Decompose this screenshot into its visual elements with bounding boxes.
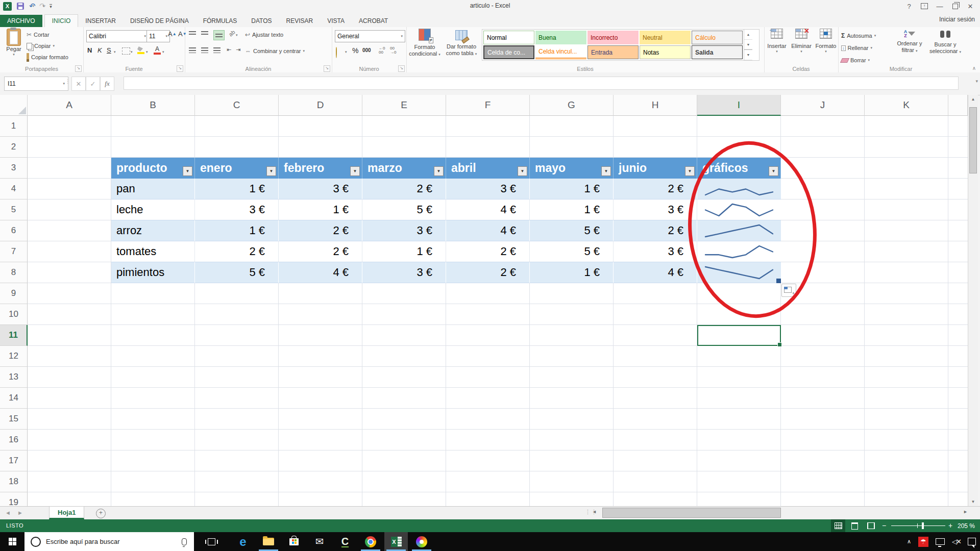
row-header-14[interactable]: 14	[0, 388, 28, 409]
column-header-D[interactable]: D	[279, 95, 362, 116]
column-header-F[interactable]: F	[446, 95, 530, 116]
cell-style-calculo[interactable]: Cálculo	[692, 31, 743, 44]
restore-button[interactable]	[947, 1, 963, 12]
row-header-15[interactable]: 15	[0, 409, 28, 430]
tray-expand-icon[interactable]: ∧	[907, 538, 911, 545]
cell-style-notas[interactable]: Notas	[640, 45, 691, 59]
horizontal-scroll-thumb[interactable]	[602, 508, 781, 518]
column-header-H[interactable]: H	[614, 95, 697, 116]
format-cells-button[interactable]: Formato▾	[814, 29, 838, 65]
quick-analysis-button[interactable]: +	[781, 284, 796, 297]
tab-datos[interactable]: DATOS	[244, 15, 279, 27]
cell-sparkline-tomates[interactable]	[697, 241, 781, 262]
row-header-7[interactable]: 7	[0, 241, 28, 262]
font-color-dropdown[interactable]: ▾	[162, 50, 164, 54]
tab-acrobat[interactable]: ACROBAT	[352, 15, 395, 27]
taskbar-paint[interactable]	[410, 532, 433, 551]
page-layout-view-button[interactable]	[847, 519, 862, 532]
column-header-J[interactable]: J	[781, 95, 865, 116]
insert-function-button[interactable]: fx	[100, 77, 114, 91]
grid-body[interactable]: + producto▼enero▼febrero▼marzo▼abril▼may…	[28, 116, 968, 506]
clipboard-dialog-launcher[interactable]: ↘	[75, 65, 82, 72]
cell-value[interactable]: 5 €	[362, 199, 446, 220]
row-header-11[interactable]: 11	[0, 325, 28, 346]
fill-color-dropdown[interactable]: ▾	[146, 50, 148, 54]
tab-diseno-de-pagina[interactable]: DISEÑO DE PÁGINA	[123, 15, 196, 27]
row-header-5[interactable]: 5	[0, 199, 28, 220]
cell-value[interactable]: 2 €	[614, 220, 697, 241]
cell-value[interactable]: 2 €	[279, 241, 362, 262]
comma-format-button[interactable]: 000	[362, 47, 371, 53]
clear-button[interactable]: Borrar▾	[841, 55, 876, 66]
alignment-dialog-launcher[interactable]: ↘	[324, 65, 330, 72]
autosum-button[interactable]: ΣAutosuma▾	[841, 30, 876, 41]
cell-sparkline-pan[interactable]	[697, 179, 781, 199]
borders-dropdown[interactable]: ▾	[131, 50, 133, 54]
tab-revisar[interactable]: REVISAR	[279, 15, 321, 27]
merge-center-button[interactable]: ⇔Combinar y centrar▾	[245, 45, 305, 57]
scroll-right-arrow[interactable]: ►	[963, 509, 968, 514]
zoom-level[interactable]: 205 %	[958, 522, 975, 530]
taskbar-chrome[interactable]	[359, 532, 382, 551]
cell-style-salida[interactable]: Salida	[692, 45, 743, 59]
borders-button[interactable]	[122, 47, 130, 55]
cell-value[interactable]: 1 €	[195, 179, 279, 199]
minimize-button[interactable]: —	[932, 1, 947, 12]
microphone-icon[interactable]	[182, 538, 187, 545]
cell-value[interactable]: 3 €	[362, 262, 446, 283]
align-right-button[interactable]	[213, 47, 220, 53]
cell-value[interactable]: 2 €	[279, 220, 362, 241]
vertical-scrollbar[interactable]: ▲ ▼	[968, 95, 978, 506]
fill-button[interactable]: ↓Rellenar▾	[841, 42, 876, 54]
wrap-text-button[interactable]: ↩Ajustar texto	[245, 29, 283, 40]
copy-button[interactable]: Copiar▾	[27, 40, 68, 52]
ribbon-display-options-button[interactable]: ↑	[917, 1, 932, 12]
cell-value[interactable]: 5 €	[530, 241, 614, 262]
vertical-scroll-thumb[interactable]	[969, 107, 977, 173]
select-all-corner[interactable]	[0, 95, 28, 116]
cell-producto-arroz[interactable]: arroz	[111, 220, 195, 241]
align-left-button[interactable]	[189, 47, 196, 53]
column-header-A[interactable]: A	[28, 95, 111, 116]
tab-vista[interactable]: VISTA	[320, 15, 352, 27]
task-view-button[interactable]	[200, 532, 223, 551]
taskbar-edge[interactable]: e	[231, 532, 255, 551]
filter-button-junio[interactable]: ▼	[685, 166, 695, 176]
prev-sheet-arrow[interactable]: ◄	[5, 510, 11, 516]
sheet-tab-hoja1[interactable]: Hoja1	[49, 507, 84, 519]
expand-formula-bar-icon[interactable]: ▾	[975, 79, 978, 84]
cell-producto-pan[interactable]: pan	[111, 179, 195, 199]
tab-formulas[interactable]: FÓRMULAS	[196, 15, 244, 27]
scroll-left-arrow[interactable]: ◄	[592, 509, 597, 514]
format-painter-button[interactable]: Copiar formato	[27, 52, 68, 63]
cell-value[interactable]: 1 €	[195, 220, 279, 241]
cell-style-normal[interactable]: Normal	[483, 31, 534, 44]
cell-value[interactable]: 1 €	[530, 262, 614, 283]
column-header-E[interactable]: E	[362, 95, 446, 116]
horizontal-scrollbar[interactable]: ◄ ►	[592, 508, 968, 518]
font-name-combobox[interactable]: Calibri▾	[86, 30, 149, 42]
action-center-icon[interactable]	[968, 538, 976, 545]
currency-format-button[interactable]	[336, 47, 337, 57]
column-header-B[interactable]: B	[111, 95, 195, 116]
column-header-G[interactable]: G	[530, 95, 614, 116]
align-center-button[interactable]	[201, 47, 208, 53]
row-header-16[interactable]: 16	[0, 430, 28, 450]
gallery-scroll-up[interactable]: ▲	[744, 30, 752, 40]
row-header-18[interactable]: 18	[0, 471, 28, 492]
cell-style-buena[interactable]: Buena	[535, 31, 586, 44]
font-color-button[interactable]: A	[154, 45, 161, 55]
cell-producto-pimientos[interactable]: pimientos	[111, 262, 195, 283]
cell-value[interactable]: 1 €	[362, 241, 446, 262]
network-icon[interactable]	[936, 538, 945, 545]
cell-value[interactable]: 3 €	[279, 179, 362, 199]
cell-value[interactable]: 3 €	[614, 199, 697, 220]
enter-formula-button[interactable]: ✓	[86, 77, 100, 91]
column-header-I[interactable]: I	[697, 95, 781, 116]
cell-style-neutral[interactable]: Neutral	[640, 31, 691, 44]
orientation-button[interactable]: ab	[228, 29, 236, 37]
tab-inicio[interactable]: INICIO	[44, 14, 79, 27]
cell-producto-tomates[interactable]: tomates	[111, 241, 195, 262]
page-break-view-button[interactable]	[864, 519, 878, 532]
currency-dropdown[interactable]: ▾	[345, 50, 347, 54]
